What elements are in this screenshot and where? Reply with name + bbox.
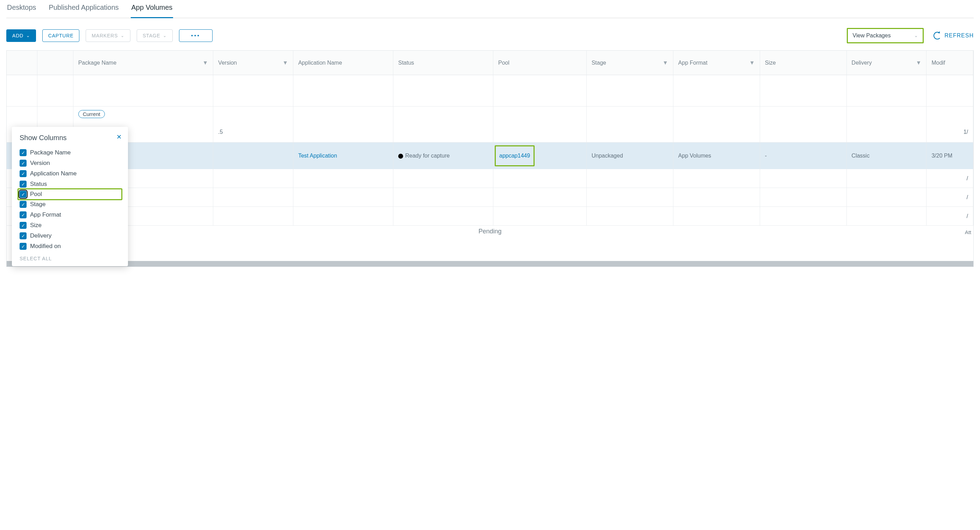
col-option-delivery[interactable]: ✓Delivery (19, 230, 120, 241)
col-expand (6, 51, 37, 75)
date-partial: / (926, 169, 974, 188)
table-row: / (6, 188, 974, 207)
stage-cell: Unpackaged (587, 143, 673, 169)
tabs: Desktops Published Applications App Volu… (6, 3, 974, 18)
option-label: Application Name (30, 170, 76, 177)
col-option-version[interactable]: ✓Version (19, 158, 120, 168)
filter-icon[interactable]: ▼ (916, 60, 922, 66)
col-delivery[interactable]: Delivery ▼ (847, 51, 927, 75)
col-modified[interactable]: Modif (926, 51, 974, 75)
option-label: Modified on (30, 243, 61, 250)
refresh-label: REFRESH (945, 32, 974, 39)
col-option-app-format[interactable]: ✓App Format (19, 209, 120, 220)
filter-icon[interactable]: ▼ (663, 60, 668, 66)
col-label: Package Name (78, 60, 116, 66)
filter-icon[interactable]: ▼ (283, 60, 288, 66)
col-checkbox (37, 51, 73, 75)
packages-grid: Package Name ▼ Version ▼ Application Nam… (6, 50, 974, 267)
option-label: Pool (30, 191, 42, 198)
toolbar: ADD ⌄ CAPTURE MARKERS ⌄ STAGE ⌄ ••• View… (6, 18, 974, 50)
option-label: Delivery (30, 232, 51, 239)
checkbox-icon: ✓ (19, 232, 27, 239)
header-row: Package Name ▼ Version ▼ Application Nam… (6, 51, 974, 75)
col-label: App Format (678, 60, 708, 66)
show-columns-popup: ✕ Show Columns ✓Package Name ✓Version ✓A… (12, 127, 128, 266)
table-row[interactable]: Test Application Ready for capture appca… (6, 143, 974, 169)
status-dot-icon (398, 154, 403, 159)
col-size[interactable]: Size (760, 51, 847, 75)
marker-row: Current (6, 106, 974, 122)
delivery-cell: Classic (847, 143, 927, 169)
col-option-app-name[interactable]: ✓Application Name (19, 168, 120, 179)
chevron-down-icon: ⌄ (914, 33, 918, 38)
option-label: Status (30, 181, 47, 187)
close-icon[interactable]: ✕ (116, 133, 122, 141)
col-app-format[interactable]: App Format ▼ (673, 51, 760, 75)
col-option-modified[interactable]: ✓Modified on (19, 241, 120, 252)
version-row: .5 1/ (6, 122, 974, 143)
table-row: / (6, 207, 974, 226)
date-partial: / (926, 188, 974, 207)
stage-label: STAGE (143, 33, 160, 38)
checkbox-icon: ✓ (19, 149, 27, 156)
capture-button[interactable]: CAPTURE (42, 29, 80, 42)
checkbox-icon: ✓ (19, 191, 27, 198)
current-marker: Current (78, 110, 105, 118)
refresh-button[interactable]: REFRESH (934, 32, 974, 40)
app-name-link[interactable]: Test Application (298, 153, 337, 159)
col-option-status[interactable]: ✓Status (19, 179, 120, 189)
col-option-size[interactable]: ✓Size (19, 220, 120, 230)
right-partial: Att (965, 229, 971, 235)
pool-highlight: appcap1449 (495, 145, 535, 166)
view-select-highlight: View Packages ⌄ (847, 28, 924, 43)
col-package-name[interactable]: Package Name ▼ (73, 51, 213, 75)
select-all-button[interactable]: SELECT ALL (19, 256, 120, 261)
filter-icon[interactable]: ▼ (749, 60, 755, 66)
chevron-down-icon: ⌄ (121, 33, 124, 38)
markers-label: MARKERS (92, 33, 118, 38)
col-status[interactable]: Status (393, 51, 493, 75)
more-actions-button[interactable]: ••• (179, 29, 213, 42)
pending-text: Pending (6, 228, 974, 235)
ellipsis-icon: ••• (191, 33, 201, 38)
col-option-package-name[interactable]: ✓Package Name (19, 148, 120, 158)
col-label: Version (218, 60, 237, 66)
add-button[interactable]: ADD ⌄ (6, 29, 36, 42)
stage-button: STAGE ⌄ (137, 29, 173, 42)
col-option-pool[interactable]: ✓Pool (18, 188, 123, 200)
filter-icon[interactable]: ▼ (202, 60, 208, 66)
popup-title: Show Columns (19, 134, 120, 142)
option-label: Version (30, 160, 50, 167)
date-partial: / (926, 207, 974, 226)
option-label: Package Name (30, 149, 71, 156)
tab-desktops[interactable]: Desktops (6, 3, 37, 18)
col-label: Delivery (852, 60, 872, 66)
modified-cell: 3/20 PM (926, 143, 974, 169)
view-select-label: View Packages (853, 32, 891, 39)
checkbox-icon: ✓ (19, 243, 27, 250)
format-cell: App Volumes (673, 143, 760, 169)
horizontal-scrollbar[interactable] (6, 261, 974, 267)
status-text: Ready for capture (405, 153, 450, 159)
size-cell: - (760, 143, 847, 169)
checkbox-icon: ✓ (19, 201, 27, 208)
checkbox-icon: ✓ (19, 181, 27, 187)
version-cell: .5 (213, 122, 293, 143)
add-label: ADD (12, 33, 24, 38)
col-option-stage[interactable]: ✓Stage (19, 199, 120, 209)
tab-published-apps[interactable]: Published Applications (48, 3, 119, 18)
chevron-down-icon: ⌄ (26, 33, 30, 38)
refresh-icon (934, 32, 941, 40)
col-pool[interactable]: Pool (493, 51, 587, 75)
col-stage[interactable]: Stage ▼ (587, 51, 673, 75)
col-app-name[interactable]: Application Name (293, 51, 393, 75)
group-row (6, 75, 974, 106)
tab-app-volumes[interactable]: App Volumes (131, 3, 173, 18)
status-cell: Ready for capture (393, 143, 493, 169)
col-label: Stage (592, 60, 606, 66)
date-partial: 1/ (926, 122, 974, 143)
pool-link[interactable]: appcap1449 (499, 153, 530, 159)
col-version[interactable]: Version ▼ (213, 51, 293, 75)
view-select[interactable]: View Packages ⌄ (848, 30, 922, 41)
chevron-down-icon: ⌄ (163, 33, 167, 38)
